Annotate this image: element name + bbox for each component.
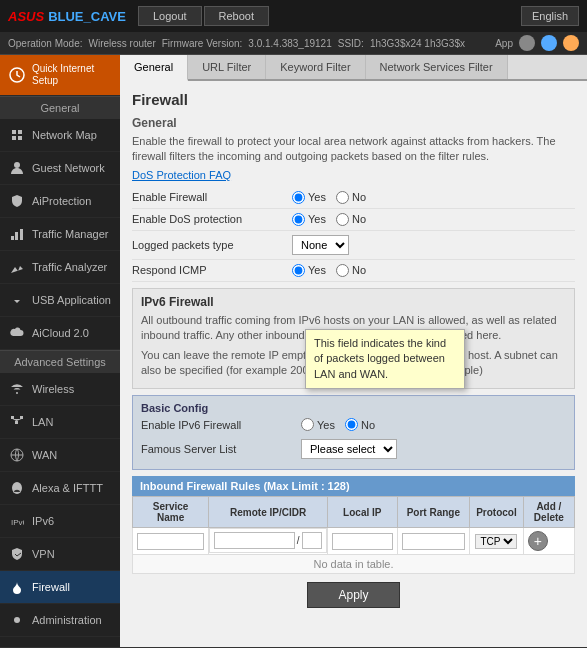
firewall-table: Service Name Remote IP/CIDR Local IP Por…: [132, 496, 575, 574]
ssid-value: 1h3G3$x24 1h3G3$x: [370, 38, 465, 49]
enable-ipv6-radio-group: Yes No: [301, 418, 375, 431]
firmware-value: 3.0.1.4.383_19121: [248, 38, 331, 49]
tab-keyword-filter[interactable]: Keyword Filter: [266, 55, 365, 79]
sidebar-item-ipv6[interactable]: IPv6 IPv6: [0, 505, 120, 538]
vpn-label: VPN: [32, 548, 55, 560]
sidebar-item-alexa[interactable]: Alexa & IFTTT: [0, 472, 120, 505]
traffic-analyzer-label: Traffic Analyzer: [32, 261, 107, 273]
notification-icon: [563, 35, 579, 51]
reboot-button[interactable]: Reboot: [204, 6, 269, 26]
ssid-label: SSID:: [338, 38, 364, 49]
col-service-name: Service Name: [133, 497, 209, 528]
general-section-header: General: [0, 96, 120, 119]
ipv6-yes-radio[interactable]: Yes: [301, 418, 335, 431]
administration-label: Administration: [32, 614, 102, 626]
logo-area: ASUS BLUE_CAVE: [8, 9, 126, 24]
svg-point-1: [14, 162, 20, 168]
usb-application-label: USB Application: [32, 294, 111, 306]
respond-icmp-label: Respond ICMP: [132, 264, 292, 276]
svg-rect-7: [20, 416, 23, 419]
tab-network-services[interactable]: Network Services Filter: [366, 55, 508, 79]
sidebar-item-quick-setup[interactable]: Quick Internet Setup: [0, 55, 120, 96]
sidebar-item-traffic-manager[interactable]: Traffic Manager: [0, 218, 120, 251]
operation-mode-value: Wireless router: [89, 38, 156, 49]
status-icons: App: [495, 35, 579, 51]
sidebar-item-guest-network[interactable]: Guest Network: [0, 152, 120, 185]
basic-config-title: Basic Config: [141, 402, 566, 414]
sidebar-item-usb-application[interactable]: USB Application: [0, 284, 120, 317]
ipv6-no-radio[interactable]: No: [345, 418, 375, 431]
sidebar-item-administration[interactable]: Administration: [0, 604, 120, 637]
alexa-label: Alexa & IFTTT: [32, 482, 103, 494]
enable-firewall-label: Enable Firewall: [132, 191, 292, 203]
enable-ipv6-firewall-row: Enable IPv6 Firewall Yes No: [141, 414, 566, 435]
firewall-label: Firewall: [32, 581, 70, 593]
tab-general[interactable]: General: [120, 55, 188, 81]
admin-icon: [8, 611, 26, 629]
app-label: App: [495, 38, 513, 49]
sidebar-item-vpn[interactable]: VPN: [0, 538, 120, 571]
port-range-input[interactable]: [402, 533, 466, 550]
famous-server-select[interactable]: Please select: [301, 439, 397, 459]
tooltip-box: This field indicates the kind of packets…: [305, 329, 465, 389]
svg-rect-3: [15, 232, 18, 240]
main-layout: Quick Internet Setup General Network Map…: [0, 55, 587, 647]
language-selector[interactable]: English: [521, 6, 579, 26]
asus-logo: ASUS: [8, 9, 44, 24]
general-section-label: General: [132, 116, 575, 130]
logout-button[interactable]: Logout: [138, 6, 202, 26]
svg-rect-5: [11, 416, 14, 419]
sidebar-item-wireless[interactable]: Wireless: [0, 373, 120, 406]
sidebar-item-lan[interactable]: LAN: [0, 406, 120, 439]
enable-firewall-row: Enable Firewall Yes No: [132, 187, 575, 209]
shield-icon: [8, 192, 26, 210]
user-icon: [541, 35, 557, 51]
enable-dos-row: Enable DoS protection Yes No: [132, 209, 575, 231]
logged-packets-select[interactable]: None: [292, 235, 349, 255]
enable-firewall-yes-radio[interactable]: Yes: [292, 191, 326, 204]
enable-firewall-radio-group: Yes No: [292, 191, 366, 204]
sidebar-item-system-log[interactable]: System Log: [0, 637, 120, 647]
inbound-rules-title: Inbound Firewall Rules (Max Limit : 128): [132, 476, 575, 496]
operation-mode-label: Operation Mode:: [8, 38, 83, 49]
enable-dos-yes-radio[interactable]: Yes: [292, 213, 326, 226]
top-nav: Logout Reboot: [138, 6, 269, 26]
cloud-icon: [8, 324, 26, 342]
firewall-description: Enable the firewall to protect your loca…: [132, 134, 575, 165]
enable-dos-no-radio[interactable]: No: [336, 213, 366, 226]
guest-icon: [8, 159, 26, 177]
sidebar-item-traffic-analyzer[interactable]: Traffic Analyzer: [0, 251, 120, 284]
cidr-input[interactable]: [302, 532, 322, 549]
enable-ipv6-firewall-label: Enable IPv6 Firewall: [141, 419, 301, 431]
remote-ip-input[interactable]: [214, 532, 295, 549]
status-bar: Operation Mode: Wireless router Firmware…: [0, 32, 587, 55]
respond-icmp-no-radio[interactable]: No: [336, 264, 366, 277]
dos-faq-link[interactable]: DoS Protection FAQ: [132, 169, 575, 181]
service-name-input[interactable]: [137, 533, 204, 550]
sidebar-item-aiprotection[interactable]: AiProtection: [0, 185, 120, 218]
sidebar-item-firewall[interactable]: Firewall: [0, 571, 120, 604]
content-body: Firewall General Enable the firewall to …: [120, 81, 587, 626]
content-area: General URL Filter Keyword Filter Networ…: [120, 55, 587, 647]
content-tabs: General URL Filter Keyword Filter Networ…: [120, 55, 587, 81]
page-title: Firewall: [132, 91, 575, 108]
traffic-icon: [8, 225, 26, 243]
sidebar-item-wan[interactable]: WAN: [0, 439, 120, 472]
enable-firewall-no-radio[interactable]: No: [336, 191, 366, 204]
apply-button[interactable]: Apply: [307, 582, 399, 608]
enable-dos-radio-group: Yes No: [292, 213, 366, 226]
svg-rect-4: [20, 229, 23, 240]
wifi-icon: [8, 380, 26, 398]
svg-rect-2: [11, 236, 14, 240]
wan-label: WAN: [32, 449, 57, 461]
protocol-select[interactable]: TCP: [475, 534, 517, 549]
sidebar-item-network-map[interactable]: Network Map: [0, 119, 120, 152]
log-icon: [8, 644, 26, 647]
tab-url-filter[interactable]: URL Filter: [188, 55, 266, 79]
input-row: / TCP +: [133, 528, 575, 555]
respond-icmp-yes-radio[interactable]: Yes: [292, 264, 326, 277]
svg-point-11: [14, 617, 20, 623]
sidebar-item-aicloud[interactable]: AiCloud 2.0: [0, 317, 120, 350]
add-rule-button[interactable]: +: [528, 531, 548, 551]
local-ip-input[interactable]: [332, 533, 393, 550]
